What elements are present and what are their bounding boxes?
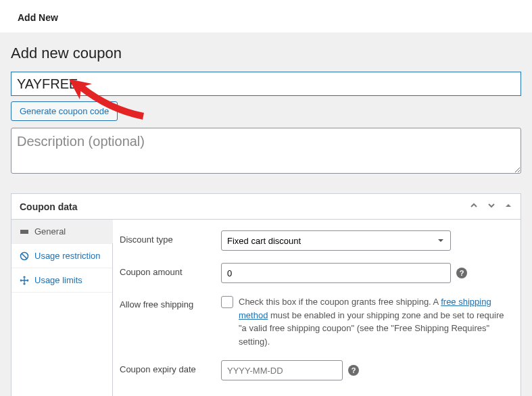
panel-toggle-icon[interactable] — [504, 201, 512, 212]
panel-title: Coupon data — [20, 201, 78, 212]
expiry-date-input[interactable] — [221, 360, 343, 380]
tab-label: Usage restriction — [34, 251, 101, 261]
move-icon — [20, 276, 29, 285]
side-tabs: General Usage restriction Usage limits — [11, 220, 113, 396]
top-bar: Add New — [0, 0, 532, 32]
page-title: Add new coupon — [11, 45, 521, 62]
svg-rect-0 — [20, 230, 28, 234]
tab-general[interactable]: General — [11, 220, 112, 244]
help-icon[interactable]: ? — [348, 365, 359, 376]
panel-up-icon[interactable] — [469, 201, 479, 212]
coupon-data-panel: Coupon data — [11, 193, 521, 396]
tab-usage-limits[interactable]: Usage limits — [11, 268, 112, 293]
free-shipping-label: Allow free shipping — [120, 295, 221, 310]
free-shipping-description: Check this box if the coupon grants free… — [239, 295, 509, 348]
svg-line-2 — [22, 253, 27, 258]
expiry-label: Coupon expiry date — [120, 360, 221, 374]
panel-down-icon[interactable] — [487, 201, 496, 212]
coupon-description-input[interactable] — [11, 128, 521, 174]
help-icon[interactable]: ? — [456, 268, 467, 278]
form-area: Discount type Fixed cart discount Coupon… — [113, 220, 521, 396]
panel-body: General Usage restriction Usage limits — [11, 220, 521, 396]
block-icon — [20, 251, 29, 261]
tab-label: General — [34, 226, 66, 237]
discount-type-select[interactable]: Fixed cart discount — [221, 230, 451, 251]
panel-header: Coupon data — [11, 194, 521, 220]
add-new-heading: Add New — [18, 12, 58, 23]
coupon-amount-label: Coupon amount — [120, 263, 221, 277]
discount-type-label: Discount type — [120, 230, 221, 245]
generate-coupon-button[interactable]: Generate coupon code — [11, 101, 118, 121]
free-shipping-checkbox[interactable] — [221, 296, 233, 308]
tab-usage-restriction[interactable]: Usage restriction — [11, 244, 112, 268]
tab-label: Usage limits — [34, 275, 82, 285]
ticket-icon — [20, 227, 29, 237]
coupon-amount-input[interactable] — [221, 263, 451, 283]
coupon-code-input[interactable] — [11, 72, 521, 96]
